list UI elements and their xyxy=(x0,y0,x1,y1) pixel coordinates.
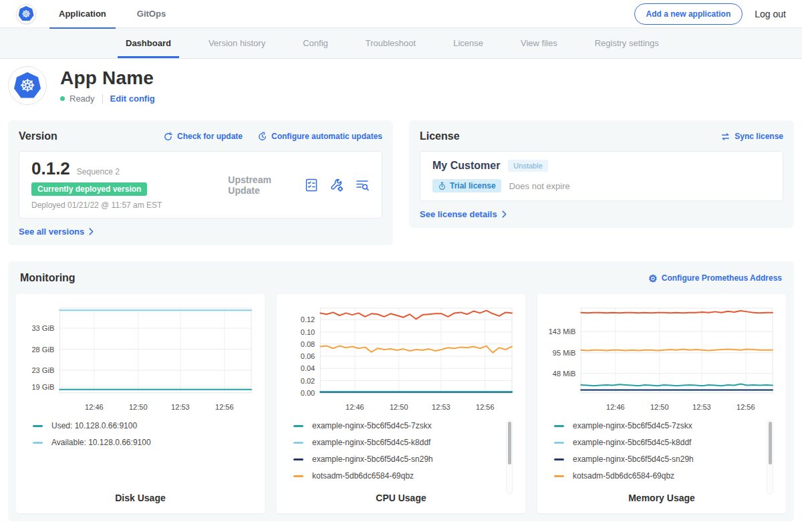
cpu-usage-plot: 0.120.100.080.060.040.020.0012:4612:5012… xyxy=(285,303,517,416)
kubernetes-logo[interactable]: ☸ xyxy=(16,4,36,24)
channel-badge: Unstable xyxy=(508,160,547,172)
license-expiry: Does not expire xyxy=(509,181,570,191)
svg-text:143 MiB: 143 MiB xyxy=(549,327,576,336)
tab-version-history-label: Version history xyxy=(209,38,265,48)
see-all-versions-label: See all versions xyxy=(19,227,84,237)
legend-item[interactable]: example-nginx-5bc6f5d4c5-k8ddf xyxy=(554,438,777,447)
memory-usage-chart-card: 143 MiB95 MiB48 MiB12:4612:5012:5312:56 … xyxy=(537,294,786,513)
chart-title-memory-usage: Memory Usage xyxy=(546,493,777,503)
scrollbar-thumb[interactable] xyxy=(508,422,511,464)
svg-text:12:56: 12:56 xyxy=(215,403,234,411)
navbar-right: Add a new application Log out xyxy=(634,3,786,25)
see-all-versions-link[interactable]: See all versions xyxy=(19,227,382,237)
svg-text:12:46: 12:46 xyxy=(85,403,104,411)
scrollbar-thumb[interactable] xyxy=(769,422,772,464)
monitoring-title: Monitoring xyxy=(20,272,76,284)
legend-item[interactable]: example-nginx-5bc6f5d4c5-sn29h xyxy=(554,454,777,464)
legend-label: Available: 10.128.0.66:9100 xyxy=(51,438,151,447)
navbar-tab-application[interactable]: Application xyxy=(49,0,116,28)
legend-label: example-nginx-5bc6f5d4c5-sn29h xyxy=(312,454,433,464)
tab-dashboard[interactable]: Dashboard xyxy=(118,28,179,58)
view-logs-icon[interactable] xyxy=(355,178,370,192)
svg-text:48 MiB: 48 MiB xyxy=(553,370,575,378)
legend-item[interactable]: example-nginx-5bc6f5d4c5-7zskx xyxy=(293,421,517,430)
add-application-button[interactable]: Add a new application xyxy=(634,3,743,25)
svg-text:0.10: 0.10 xyxy=(301,328,315,336)
legend-swatch xyxy=(293,475,303,477)
charts-row: 33 GiB28 GiB23 GiB19 GiB12:4612:5012:531… xyxy=(16,294,786,513)
svg-text:12:46: 12:46 xyxy=(346,403,364,411)
sync-license-link[interactable]: Sync license xyxy=(720,132,783,142)
legend-label: Used: 10.128.0.66:9100 xyxy=(51,421,137,430)
legend-swatch xyxy=(293,442,303,444)
tab-config[interactable]: Config xyxy=(295,28,336,58)
preflight-checks-icon[interactable] xyxy=(304,178,319,192)
version-source: Upstream Update xyxy=(228,174,304,196)
license-card: License Sync license My Customer Unstabl… xyxy=(409,120,794,228)
status-badge: Ready xyxy=(70,94,95,104)
svg-text:12:53: 12:53 xyxy=(692,403,711,411)
legend-item[interactable]: example-nginx-5bc6f5d4c5-sn29h xyxy=(293,454,517,464)
legend-item[interactable]: example-nginx-5bc6f5d4c5-k8ddf xyxy=(293,438,517,447)
kubernetes-app-icon: ☸ xyxy=(14,72,41,99)
version-card-header: Version Check for update Configure autom… xyxy=(19,129,382,144)
legend-swatch xyxy=(554,458,564,460)
legend-item[interactable]: Available: 10.128.0.66:9100 xyxy=(33,438,256,447)
disk-usage-chart-card: 33 GiB28 GiB23 GiB19 GiB12:4612:5012:531… xyxy=(16,294,265,513)
edit-config-link[interactable]: Edit config xyxy=(110,94,155,104)
legend-swatch xyxy=(554,442,564,444)
navbar-tab-application-label: Application xyxy=(59,9,106,19)
top-navbar: ☸ Application GitOps Add a new applicati… xyxy=(0,0,802,28)
customer-name: My Customer xyxy=(432,160,500,172)
navbar-tab-gitops[interactable]: GitOps xyxy=(128,0,175,28)
status-dot-icon xyxy=(60,96,65,101)
legend-label: example-nginx-5bc6f5d4c5-7zskx xyxy=(312,421,432,430)
app-avatar: ☸ xyxy=(8,66,47,105)
see-license-details-label: See license details xyxy=(420,209,497,219)
tab-version-history[interactable]: Version history xyxy=(200,28,273,58)
legend-item[interactable]: Used: 10.128.0.66:9100 xyxy=(33,421,256,430)
legend-item[interactable]: kotsadm-5db6dc6584-69qbz xyxy=(293,471,517,481)
configure-prometheus-link[interactable]: ⚙ Configure Prometheus Address xyxy=(648,273,782,283)
legend-swatch xyxy=(33,425,43,427)
tab-troubleshoot[interactable]: Troubleshoot xyxy=(358,28,424,58)
legend-swatch xyxy=(293,425,303,427)
check-for-update-link[interactable]: Check for update xyxy=(163,132,243,142)
configure-automatic-updates-link[interactable]: Configure automatic updates xyxy=(257,132,382,142)
legend-scrollbar[interactable] xyxy=(506,420,513,495)
current-version-panel: 0.1.2 Sequence 2 Currently deployed vers… xyxy=(19,151,382,219)
divider xyxy=(102,94,103,104)
see-license-details-link[interactable]: See license details xyxy=(420,209,783,219)
configure-prometheus-label: Configure Prometheus Address xyxy=(662,273,782,283)
chart-svg: 33 GiB28 GiB23 GiB19 GiB12:4612:5012:531… xyxy=(25,303,256,416)
legend-label: kotsadm-5db6dc6584-69qbz xyxy=(573,471,674,481)
svg-text:12:50: 12:50 xyxy=(650,403,669,411)
tab-view-files[interactable]: View files xyxy=(513,28,565,58)
tab-registry-settings[interactable]: Registry settings xyxy=(587,28,667,58)
legend-item[interactable]: example-nginx-5bc6f5d4c5-7zskx xyxy=(554,421,777,430)
monitoring-section: Monitoring ⚙ Configure Prometheus Addres… xyxy=(8,261,794,521)
svg-text:12:56: 12:56 xyxy=(737,403,755,411)
version-details: 0.1.2 Sequence 2 Currently deployed vers… xyxy=(31,160,228,210)
logout-button[interactable]: Log out xyxy=(755,9,786,19)
clock-refresh-icon xyxy=(257,132,267,142)
legend-label: example-nginx-5bc6f5d4c5-sn29h xyxy=(573,454,694,464)
version-number: 0.1.2 xyxy=(31,160,70,178)
legend-item[interactable]: kotsadm-5db6dc6584-69qbz xyxy=(554,471,777,481)
tab-license[interactable]: License xyxy=(445,28,491,58)
version-card-actions: Check for update Configure automatic upd… xyxy=(163,132,382,142)
legend-swatch xyxy=(554,425,564,427)
version-card-title: Version xyxy=(19,130,57,142)
stopwatch-icon xyxy=(438,182,446,190)
navbar-tab-gitops-label: GitOps xyxy=(137,9,166,19)
chart-title-cpu-usage: CPU Usage xyxy=(285,493,517,503)
legend-label: example-nginx-5bc6f5d4c5-k8ddf xyxy=(312,438,430,447)
legend-scrollbar[interactable] xyxy=(767,420,773,495)
legend-swatch xyxy=(293,458,303,460)
chevron-right-icon xyxy=(502,211,507,218)
svg-text:23 GiB: 23 GiB xyxy=(31,366,54,374)
license-details-panel: My Customer Unstable Trial license Does … xyxy=(420,151,783,201)
tab-view-files-label: View files xyxy=(521,38,557,48)
config-icon[interactable] xyxy=(329,178,344,192)
sync-icon xyxy=(720,132,730,142)
